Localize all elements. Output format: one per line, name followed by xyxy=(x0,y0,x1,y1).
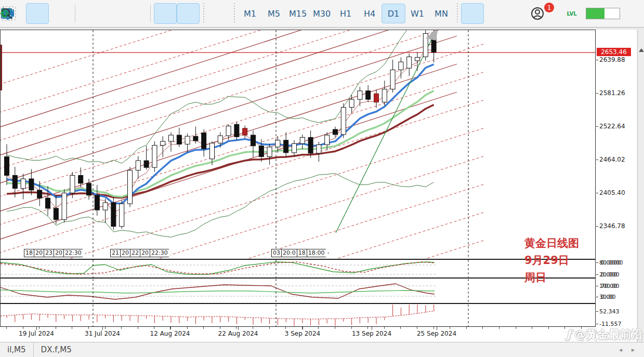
price-tick-label: 2405.40 xyxy=(599,189,625,196)
timeframe-group: M1M5M15M30H1H4D1W1MN xyxy=(238,4,453,23)
crosshair-icon[interactable] xyxy=(484,3,507,24)
annotation-line: 9月29日 xyxy=(524,252,579,269)
indicator-panel-momentum[interactable] xyxy=(1,305,595,326)
date-tick-label: 19 Jul 2024 xyxy=(19,330,54,337)
indicator-scale-label: 0.00 xyxy=(601,294,614,300)
toolbar-separator xyxy=(150,5,151,22)
date-tick-label: 25 Sep 2024 xyxy=(417,330,456,337)
time-tag-group: 1820232022:30 xyxy=(24,249,86,257)
tab-nav: ◂ ▸ xyxy=(619,342,635,357)
indicator-panel-stochastic[interactable] xyxy=(1,260,595,277)
indicator-scale-label: 70.00 xyxy=(601,283,617,289)
toolbar-drag-handle xyxy=(455,3,459,24)
timeframe-m30[interactable]: M30 xyxy=(310,4,334,23)
time-tag: 18:00 xyxy=(307,249,329,257)
timeframe-m5[interactable]: M5 xyxy=(262,4,286,23)
main-price-pane[interactable] xyxy=(1,30,595,259)
date-tick-label: 12 Aug 2024 xyxy=(150,330,190,337)
lvl-label: LVL xyxy=(567,11,576,17)
indicator-scale-label: 0.000 xyxy=(601,271,617,278)
timeframe-mn[interactable]: MN xyxy=(429,4,453,23)
cursor-icon[interactable] xyxy=(461,3,484,24)
tile-windows-icon[interactable] xyxy=(124,3,147,24)
timeframe-m15[interactable]: M15 xyxy=(286,4,310,23)
annotation-line: 黄金日线图 xyxy=(524,235,579,252)
timeframe-w1[interactable]: W1 xyxy=(405,4,429,23)
timeframe-h4[interactable]: H4 xyxy=(358,4,382,23)
timeframe-h1[interactable]: H1 xyxy=(334,4,358,23)
time-tag: 18 xyxy=(297,249,307,257)
chart-annotation: 黄金日线图9月29日周日 xyxy=(524,235,579,286)
time-tag: 23 xyxy=(44,249,54,257)
screenshot-camera-icon[interactable] xyxy=(207,3,230,24)
level-progress-fill xyxy=(586,8,604,19)
toolbar-drag-handle xyxy=(202,3,205,24)
time-tag: 20 xyxy=(34,249,44,257)
price-tick-label: 2522.64 xyxy=(599,123,625,130)
time-tag: 20 xyxy=(120,249,130,257)
zoom-in-icon[interactable] xyxy=(78,3,101,24)
indicator-scale-label: 52.343 xyxy=(599,308,620,315)
watermark-hand-icon: ƒ xyxy=(567,327,571,341)
time-tag: 20 xyxy=(54,249,64,257)
time-tag: 03 xyxy=(271,249,282,257)
tab-next-icon[interactable]: ▸ xyxy=(632,346,635,353)
timeframe-m1[interactable]: M1 xyxy=(238,4,262,23)
tab-prev-icon[interactable]: ◂ xyxy=(619,346,622,353)
panel-divider[interactable] xyxy=(1,277,595,279)
current-price-box: 2653.46 xyxy=(597,48,631,56)
notification-badge[interactable]: 1 xyxy=(544,3,554,12)
time-tag-group: 2120222022:30 xyxy=(111,249,172,257)
price-tick-label: 2581.26 xyxy=(599,89,625,97)
line-chart-icon[interactable] xyxy=(49,3,72,24)
time-tag: 20 xyxy=(140,249,150,257)
candlestick-chart-icon[interactable] xyxy=(26,3,49,24)
toolbar-separator xyxy=(75,5,75,22)
level-up-icon[interactable]: LVL xyxy=(561,3,583,24)
time-tag: 20:0 xyxy=(281,249,297,257)
watermark: ƒ@黄金最前沿 xyxy=(567,327,643,342)
time-tag-group: 0320:01818:00 xyxy=(272,249,328,257)
scroll-marker-icon xyxy=(639,48,644,52)
date-tick-label: 22 Aug 2024 xyxy=(218,330,258,337)
price-tick-label: 2346.78 xyxy=(599,222,625,230)
time-tag: 22 xyxy=(130,249,140,257)
toolbar-drag-handle xyxy=(232,3,236,24)
symbol-tab[interactable]: DX.f,M5 xyxy=(33,342,79,357)
panel-divider[interactable] xyxy=(1,303,595,304)
date-tick-label: 13 Sep 2024 xyxy=(352,330,391,337)
date-tick-label: 3 Sep 2024 xyxy=(285,330,320,337)
time-tag: 22:30 xyxy=(63,249,86,257)
indicator-panel-rsi[interactable] xyxy=(1,279,595,303)
price-tick-label: 2639.88 xyxy=(599,56,625,63)
chart-area[interactable]: 1820232022:302120222022:300320:01818:00 … xyxy=(0,30,596,342)
time-tag: 22:30 xyxy=(150,249,172,257)
search-icon[interactable] xyxy=(507,3,530,24)
date-axis[interactable]: 19 Jul 202431 Jul 202412 Aug 202422 Aug … xyxy=(0,327,596,342)
toolbar: M1M5M15M30H1H4D1W1MN 1 LVL xyxy=(0,0,644,28)
price-scale[interactable]: 2639.882581.262522.642464.022405.402346.… xyxy=(596,30,637,342)
date-tick-label: 31 Jul 2024 xyxy=(85,330,120,337)
symbol-tab[interactable]: il,M5 xyxy=(0,342,33,357)
account-icon[interactable]: 1 xyxy=(530,3,553,24)
watermark-text: @黄金最前沿 xyxy=(574,328,643,341)
time-tag: 18 xyxy=(24,249,34,257)
shift-chart-left-icon[interactable] xyxy=(177,3,200,24)
indicator-scale-label: 0.0000 xyxy=(601,259,621,266)
symbol-tab-bar: il,M5DX.f,M5 ◂ ▸ xyxy=(0,342,644,357)
level-progress-bar xyxy=(586,8,620,19)
price-tick-label: 2464.02 xyxy=(599,156,625,163)
time-tag: 21 xyxy=(110,249,121,257)
zoom-out-icon[interactable] xyxy=(101,3,124,24)
right-scrollbar[interactable] xyxy=(637,30,644,342)
annotation-line: 周日 xyxy=(524,269,579,286)
timeframe-d1[interactable]: D1 xyxy=(382,4,405,23)
shift-chart-right-icon[interactable] xyxy=(154,3,177,24)
